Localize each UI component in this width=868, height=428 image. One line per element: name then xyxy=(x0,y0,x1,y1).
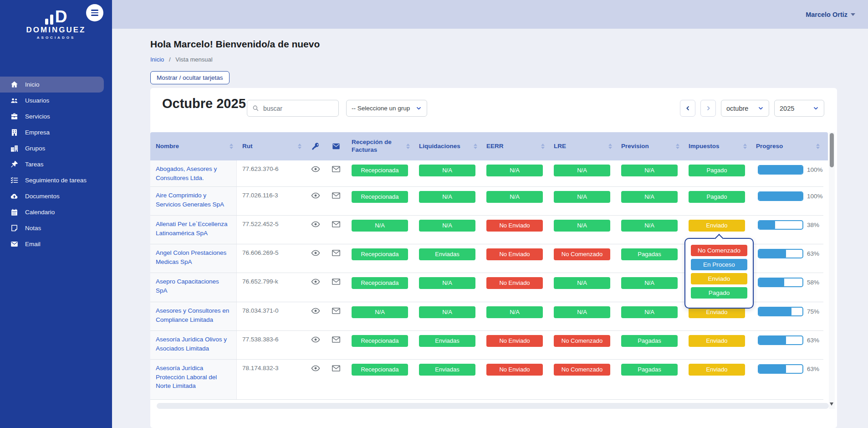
status-badge[interactable]: N/A xyxy=(554,277,610,289)
company-link[interactable]: Asesoría Jurídica Protección Laboral del… xyxy=(156,364,232,391)
sidebar-item-calendario[interactable]: Calendario xyxy=(0,204,112,220)
sidebar-item-grupos[interactable]: Grupos xyxy=(0,140,112,156)
status-badge[interactable]: N/A xyxy=(621,277,678,289)
status-badge[interactable]: Recepcionada xyxy=(352,277,408,289)
status-badge[interactable]: Pagado xyxy=(689,191,745,203)
search-input[interactable] xyxy=(263,105,334,112)
company-link[interactable]: Asesores y Consultores en Compliance Lim… xyxy=(156,306,232,324)
status-badge[interactable]: N/A xyxy=(352,220,408,232)
status-badge[interactable]: No Enviado xyxy=(486,248,543,260)
popup-option-pagado[interactable]: Pagado xyxy=(691,287,747,299)
status-badge[interactable]: N/A xyxy=(554,220,610,232)
status-badge[interactable]: N/A xyxy=(419,165,475,176)
status-badge[interactable]: Recepcionada xyxy=(352,364,408,376)
eye-icon[interactable] xyxy=(311,248,321,258)
status-badge[interactable]: Enviadas xyxy=(419,335,475,347)
status-badge[interactable]: No Enviado xyxy=(486,220,543,232)
next-month-button[interactable] xyxy=(700,100,716,117)
company-link[interactable]: Asesoría Jurídica Olivos y Asociados Lim… xyxy=(156,335,232,353)
mail-icon[interactable] xyxy=(331,164,341,174)
status-badge[interactable]: N/A xyxy=(554,191,610,203)
status-badge[interactable]: Enviado xyxy=(689,335,745,347)
status-badge[interactable]: N/A xyxy=(486,165,543,176)
mail-icon[interactable] xyxy=(331,306,341,316)
eye-icon[interactable] xyxy=(311,306,321,316)
status-badge[interactable]: N/A xyxy=(419,277,475,289)
sort-icon[interactable] xyxy=(676,142,679,151)
eye-icon[interactable] xyxy=(311,363,321,373)
status-badge[interactable]: N/A xyxy=(352,306,408,318)
status-badge[interactable]: Pagadas xyxy=(621,364,678,376)
sort-icon[interactable] xyxy=(816,142,820,151)
company-link[interactable]: Angel Colon Prestaciones Medicas SpA xyxy=(156,248,232,266)
user-menu[interactable]: Marcelo Ortiz xyxy=(806,0,855,29)
status-badge[interactable]: Pagadas xyxy=(621,248,678,260)
sidebar-item-tareas[interactable]: Tareas xyxy=(0,156,112,172)
company-link[interactable]: Abogados, Asesores y Consultores Ltda. xyxy=(156,165,232,182)
eye-icon[interactable] xyxy=(311,335,321,345)
status-badge[interactable]: No Enviado xyxy=(486,364,543,376)
status-badge[interactable]: No Comenzado xyxy=(554,248,610,260)
eye-icon[interactable] xyxy=(311,164,321,174)
status-badge[interactable]: Enviadas xyxy=(419,248,475,260)
popup-option-en-proceso[interactable]: En Proceso xyxy=(691,259,747,270)
sort-icon[interactable] xyxy=(743,142,747,151)
month-select[interactable]: octubre xyxy=(721,100,769,117)
popup-option-no-comenzado[interactable]: No Comenzado xyxy=(691,245,747,256)
status-badge[interactable]: N/A xyxy=(621,191,678,203)
sidebar-item-usuarios[interactable]: Usuarios xyxy=(0,93,112,108)
status-badge[interactable]: Recepcionada xyxy=(352,335,408,347)
status-badge[interactable]: Pagado xyxy=(689,165,745,176)
status-badge[interactable]: N/A xyxy=(554,306,610,318)
status-badge[interactable]: No Enviado xyxy=(486,335,543,347)
mail-icon[interactable] xyxy=(331,248,341,258)
scroll-down-arrow-icon[interactable] xyxy=(830,402,833,407)
sort-icon[interactable] xyxy=(298,142,301,151)
sidebar-item-inicio[interactable]: Inicio xyxy=(0,77,104,93)
scrollbar-thumb[interactable] xyxy=(830,133,834,167)
status-badge[interactable]: N/A xyxy=(419,191,475,203)
sidebar-item-notas[interactable]: Notas xyxy=(0,220,112,236)
mail-icon[interactable] xyxy=(331,335,341,345)
sort-icon[interactable] xyxy=(608,142,612,151)
company-link[interactable]: Allenati Per Le`Eccellenza Latinoamérica… xyxy=(156,220,232,237)
sidebar-item-servicios[interactable]: Servicios xyxy=(0,108,112,124)
status-badge[interactable]: Enviado xyxy=(689,220,745,232)
status-badge[interactable]: N/A xyxy=(621,165,678,176)
sidebar-item-documentos[interactable]: Documentos xyxy=(0,188,112,204)
toggle-cards-button[interactable]: Mostrar / ocultar tarjetas xyxy=(150,71,230,84)
status-badge[interactable]: No Comenzado xyxy=(554,335,610,347)
sort-icon[interactable] xyxy=(541,142,545,151)
popup-option-enviado[interactable]: Enviado xyxy=(691,273,747,284)
status-badge[interactable]: N/A xyxy=(621,220,678,232)
sidebar-item-seguimiento-de-tareas[interactable]: Seguimiento de tareas xyxy=(0,172,112,188)
status-badge[interactable]: Pagadas xyxy=(621,335,678,347)
status-badge[interactable]: N/A xyxy=(621,306,678,318)
company-link[interactable]: Asepro Capacitaciones SpA xyxy=(156,277,232,295)
company-link[interactable]: Aire Comprimido y Servicios Generales Sp… xyxy=(156,191,232,209)
status-badge[interactable]: N/A xyxy=(419,306,475,318)
mail-icon[interactable] xyxy=(331,363,341,373)
sidebar-item-empresa[interactable]: Empresa xyxy=(0,124,112,140)
eye-icon[interactable] xyxy=(311,277,321,287)
horizontal-scrollbar[interactable] xyxy=(157,403,829,409)
mail-icon[interactable] xyxy=(331,277,341,287)
eye-icon[interactable] xyxy=(311,191,321,201)
status-badge[interactable]: N/A xyxy=(486,191,543,203)
status-badge[interactable]: N/A xyxy=(554,165,610,176)
status-badge[interactable]: Recepcionada xyxy=(352,248,408,260)
status-badge[interactable]: No Comenzado xyxy=(554,364,610,376)
breadcrumb-home-link[interactable]: Inicio xyxy=(150,56,164,63)
hamburger-menu-button[interactable] xyxy=(86,4,103,21)
status-badge[interactable]: N/A xyxy=(486,306,543,318)
year-select[interactable]: 2025 xyxy=(774,100,824,117)
sort-icon[interactable] xyxy=(230,142,233,151)
mail-icon[interactable] xyxy=(331,191,341,201)
status-badge[interactable]: Enviadas xyxy=(419,364,475,376)
sort-icon[interactable] xyxy=(406,142,410,151)
prev-month-button[interactable] xyxy=(680,100,695,117)
status-badge[interactable]: Recepcionada xyxy=(352,191,408,203)
status-badge[interactable]: N/A xyxy=(419,220,475,232)
status-badge[interactable]: Recepcionada xyxy=(352,165,408,176)
eye-icon[interactable] xyxy=(311,219,321,229)
